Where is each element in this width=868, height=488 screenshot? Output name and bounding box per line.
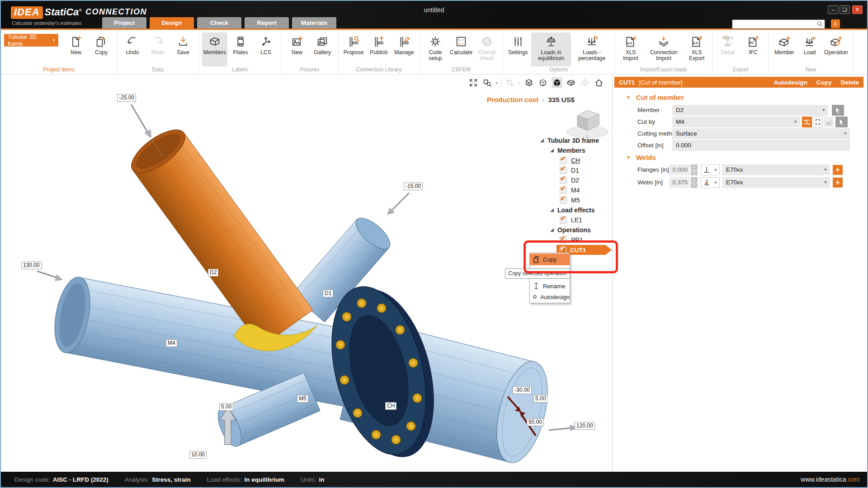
new-picture-button[interactable]: New [285,33,309,66]
loads-percentage-button[interactable]: % Loads - percentage [572,33,612,66]
tree-item-d2[interactable]: ✔D2 [540,175,615,185]
checkbox-checked[interactable]: ✔ [560,187,567,194]
tab-materials[interactable]: Materials [292,17,336,28]
close-button[interactable]: ✕ [852,5,863,14]
cut-type-bolts-button[interactable] [813,117,823,127]
calculate-button[interactable]: +−×÷ Calculate [448,33,474,66]
new-member-button[interactable]: Member [772,33,797,66]
autodesign-button[interactable]: Autodesign [774,79,807,86]
member-tag-d1[interactable]: D1 [323,290,333,297]
checkbox-checked[interactable]: ✔ [560,157,567,164]
web-weld-stepper[interactable]: ▲▼ [691,177,698,188]
member-tag-ch[interactable]: CH [385,402,396,410]
member-tag-d2[interactable]: D2 [208,269,218,277]
view-section-cut-icon[interactable] [566,77,576,88]
delete-operation-button[interactable]: Delete [840,79,859,86]
web-electrode-select[interactable]: E70xx▼ [722,177,830,188]
flange-weld-stepper[interactable]: ▲▼ [691,164,698,175]
new-project-button[interactable]: New [64,33,88,66]
tree-group-load-effects[interactable]: Load effects [540,205,615,215]
flange-electrode-select[interactable]: E70xx▼ [722,164,830,175]
checkbox-checked[interactable]: ✔ [560,216,567,224]
add-flange-weld-button[interactable]: + [833,165,843,175]
members-labels-button[interactable]: Members [202,33,227,66]
tree-expander-icon[interactable] [550,148,554,153]
xls-import-button[interactable]: XLS XLS Import [618,33,643,66]
tree-item-m4[interactable]: ✔M4 [540,185,615,195]
menu-item-autodesign[interactable]: Autodesign [530,291,570,303]
section-welds[interactable]: ▼Welds [626,154,656,161]
menu-item-copy[interactable]: Copy [530,253,570,265]
member-select[interactable]: D2▼ [672,105,828,116]
step-down-icon[interactable]: ▼ [691,170,698,176]
tree-expander-icon[interactable] [540,138,544,143]
navigation-cube[interactable] [564,104,614,140]
new-operation-button[interactable]: Operation [823,33,849,66]
view-solid-icon[interactable] [552,77,562,88]
tree-group-operations[interactable]: Operations [540,225,615,235]
tree-item-d1[interactable]: ✔D1 [540,165,615,175]
copy-operation-button[interactable]: Copy [816,79,832,86]
new-load-button[interactable]: Load [797,33,822,66]
lcs-button[interactable]: LCS [254,33,278,66]
tree-item-le1[interactable]: ✔LE1 [540,215,615,225]
collapse-triangle-icon[interactable]: ▼ [626,155,631,160]
home-view-icon[interactable] [594,77,604,88]
section-cut-of-member[interactable]: ▼Cut of member [626,94,684,101]
tree-item-m5[interactable]: ✔M5 [540,195,615,205]
tab-design[interactable]: Design [150,17,194,28]
cut-type-weld-button[interactable] [802,117,812,127]
settings-button[interactable]: Settings [506,33,530,66]
step-up-icon[interactable]: ▲ [691,177,698,183]
zoom-window-icon[interactable] [482,77,493,88]
menu-item-rename[interactable]: Rename [530,280,570,292]
tree-group-members[interactable]: Members [540,145,615,155]
flange-weld-size-input[interactable]: 0.000 [669,164,690,175]
search-input[interactable] [732,19,825,29]
fit-view-icon[interactable] [468,77,479,88]
checkbox-checked[interactable]: ✔ [560,236,567,244]
loads-in-equilibrium-button[interactable]: Loads in equilibrium [531,33,571,66]
step-down-icon[interactable]: ▼ [691,183,698,188]
step-up-icon[interactable]: ▲ [691,164,698,170]
gallery-button[interactable]: Gallery [310,33,335,66]
tab-report[interactable]: Report [245,17,289,28]
tree-expander-icon[interactable] [550,208,554,212]
chevron-down-icon[interactable]: ▾ [496,81,498,85]
tree-item-pp1[interactable]: ✔PP1 [540,235,615,245]
publish-button[interactable]: Publish [367,33,391,66]
tab-check[interactable]: Check [197,17,241,28]
manage-button[interactable]: Manage [392,33,416,66]
tree-root[interactable]: Tubular 3D frame [540,136,615,145]
member-tag-m5[interactable]: M5 [297,395,308,403]
minimize-button[interactable]: – [828,5,838,14]
view-hidden-lines-icon[interactable] [538,77,548,88]
pick-cutting-member-button[interactable] [835,117,848,127]
save-button[interactable]: Save [171,33,195,66]
checkbox-checked[interactable]: ✔ [560,167,567,174]
tree-item-ch[interactable]: ✔CH [540,155,615,165]
connection-import-button[interactable]: Connection Import [644,33,684,66]
collapse-triangle-icon[interactable]: ▼ [626,95,631,100]
web-weld-size-input[interactable]: 0.375 [669,177,690,188]
undo-button[interactable]: Undo [120,33,145,66]
xls-export-button[interactable]: XLS XLS Export [684,33,709,66]
propose-button[interactable]: Propose [341,33,366,66]
member-tag-m4[interactable]: M4 [166,339,177,347]
maximize-button[interactable]: ❏ [840,5,850,14]
view-wireframe-icon[interactable] [524,77,534,88]
code-setup-button[interactable]: </> Code setup [423,33,448,66]
ifc-export-button[interactable]: IFC IFC [741,33,765,66]
web-weld-type-select[interactable]: ▼ [701,177,720,188]
cut-by-select[interactable]: M4▼ [672,117,800,127]
cutting-method-select[interactable]: Surface▼ [672,128,850,139]
website-link[interactable]: www.ideastatica.com [801,476,860,483]
tree-expander-icon[interactable] [550,228,554,232]
project-type-combo[interactable]: Tubular 3D frame▾ [4,34,58,47]
flange-weld-type-select[interactable]: ▼ [701,164,720,175]
copy-project-button[interactable]: Copy [89,33,113,66]
info-button[interactable]: i [831,19,840,28]
pick-member-button[interactable] [832,105,844,116]
checkbox-checked[interactable]: ✔ [560,177,567,184]
tab-project[interactable]: Project [102,17,146,28]
